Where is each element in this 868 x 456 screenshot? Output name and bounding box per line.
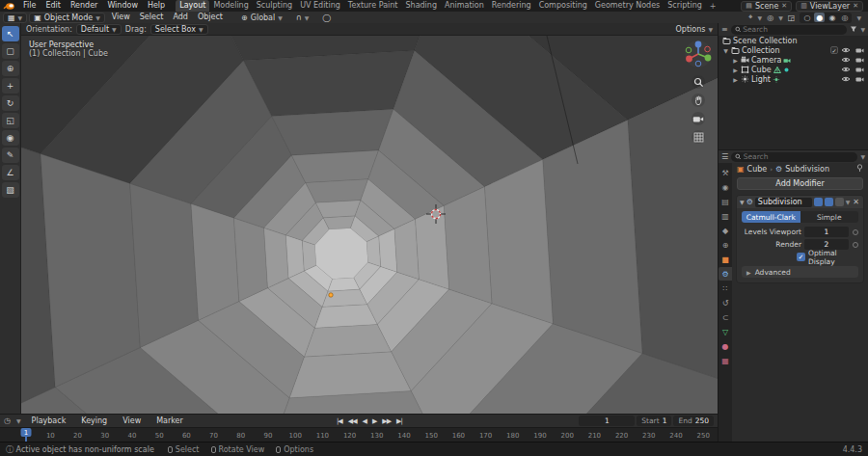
shading-solid-button[interactable]: ● [814,13,825,22]
animate-decorator[interactable] [852,242,858,248]
animate-decorator[interactable] [852,229,858,235]
timeline-editor-icon[interactable]: ◷ [4,416,11,425]
play-reverse-button[interactable]: ◀ [362,417,367,425]
disable-in-renders-toggle[interactable] [854,57,865,64]
transform-orientation-dropdown[interactable]: ⊕ Global ▼ [241,13,283,22]
subdivided-cube-3d-view[interactable] [21,36,718,414]
tool-rotate[interactable]: ↻ [2,95,19,111]
expand-icon[interactable]: ▼ [722,47,729,54]
disable-in-renders-toggle[interactable] [854,47,865,54]
modifier-panel-header[interactable]: ▼ ⚙ Subdivision ▼ ✕ [737,196,863,208]
viewport-menu-object[interactable]: Object [193,12,228,23]
remove-modifier-icon[interactable]: ✕ [852,198,860,206]
tool-annotate[interactable]: ✎ [2,148,19,163]
expand-icon[interactable]: ▶ [732,57,739,64]
properties-tab-world[interactable]: ⊕ [719,238,732,252]
shading-rendered-button[interactable]: ◎ [839,13,850,22]
navigation-axis-gizmo[interactable] [684,40,713,70]
workspace-tab-compositing[interactable]: Compositing [535,0,591,12]
edit-mode-display-toggle[interactable] [835,198,844,206]
tool-move[interactable]: + [2,78,19,94]
outliner-row-camera[interactable]: ▶Camera [719,55,868,65]
shading-wireframe-button[interactable]: ○ [801,13,812,22]
end-frame-field[interactable]: End 250 [673,416,714,426]
hide-in-viewport-toggle[interactable] [840,46,852,54]
outliner-editor-icon[interactable]: ≡ [721,25,728,34]
catmull-clark-button[interactable]: Catmull-Clark [742,211,800,223]
viewport-options-dropdown[interactable]: Options ▼ [676,25,714,34]
properties-tab-object[interactable]: ■ [719,253,732,266]
zoom-icon[interactable] [692,75,705,89]
breadcrumb-object[interactable]: Cube [747,165,768,174]
workspace-tab-animation[interactable]: Animation [441,0,488,12]
orientation-setting-dropdown[interactable]: Default ▼ [76,24,122,35]
simple-button[interactable]: Simple [800,211,859,223]
properties-tab-material[interactable]: ● [719,339,732,353]
tool-measure[interactable]: ∠ [2,165,19,180]
camera-view-icon[interactable] [692,112,705,125]
jump-start-button[interactable]: |◀ [336,417,343,425]
outliner-row-light[interactable]: ▶Light [719,74,868,84]
menu-window[interactable]: Window [102,0,143,12]
outliner-row-scene-collection[interactable]: Scene Collection [719,36,868,45]
disable-in-renders-toggle[interactable] [854,76,865,83]
disable-in-renders-toggle[interactable] [854,67,865,73]
properties-tab-texture[interactable]: ▦ [719,354,732,367]
filter-funnel-icon[interactable] [850,25,857,35]
hide-in-viewport-toggle[interactable] [840,66,852,73]
snap-controls[interactable]: ∪ ▼ [296,13,309,22]
menu-help[interactable]: Help [143,0,170,12]
shading-material-button[interactable]: ◉ [827,13,837,22]
properties-tab-object-data[interactable]: ▽ [719,325,732,338]
move-view-hand-icon[interactable] [692,94,705,107]
workspace-tab-shading[interactable]: Shading [401,0,441,12]
properties-tab-physics[interactable]: ↺ [719,296,732,309]
collapse-panel-icon[interactable]: ▼ [740,199,745,205]
optimal-display-checkbox[interactable]: ✓ [797,253,805,261]
properties-search[interactable] [731,152,857,162]
properties-tab-output[interactable]: ▤ [719,195,732,208]
drag-setting-dropdown[interactable]: Select Box ▼ [150,24,208,35]
hide-in-viewport-toggle[interactable] [840,56,852,64]
tool-scale[interactable]: ◱ [2,113,19,128]
viewport-menu-view[interactable]: View [107,12,135,23]
outliner-search-input[interactable] [743,25,843,34]
play-button[interactable]: ▶ [371,417,377,425]
workspace-tab-geometry-nodes[interactable]: Geometry Nodes [591,0,664,12]
mode-dropdown[interactable]: ▣ Object Mode ▼ [29,13,105,23]
workspace-tab-modeling[interactable]: Modeling [209,0,252,12]
add-workspace-button[interactable]: + [706,2,720,11]
viewport-menu-add[interactable]: Add [168,12,193,23]
frame-ruler[interactable]: 1 10203040506070809010011012013014015016… [0,427,718,442]
properties-tab-particles[interactable]: ∷ [719,282,732,295]
exclude-collection-checkbox[interactable]: ✓ [830,46,838,54]
next-key-button[interactable]: ▶▶ [381,417,392,425]
show-overlays-toggle[interactable]: ◎ [767,13,773,22]
unlink-scene-icon[interactable]: ✕ [781,2,787,10]
properties-tab-constraints[interactable]: ⊂ [719,310,732,324]
unlink-viewlayer-icon[interactable]: ✕ [853,2,858,10]
modifier-extras-dropdown-icon[interactable]: ▼ [846,199,851,205]
prev-key-button[interactable]: ◀◀ [347,417,358,425]
timeline-menu-playback[interactable]: Playback [27,416,71,427]
tool-add-cube[interactable]: ▧ [2,182,19,198]
timeline-menu-view[interactable]: View [118,416,146,427]
tool-transform[interactable]: ◉ [2,130,19,146]
tool-tweak-select[interactable]: ↖ [2,26,19,41]
workspace-tab-rendering[interactable]: Rendering [488,0,535,12]
current-frame-field[interactable]: 1 [579,416,635,426]
properties-tab-view-layer[interactable]: ▥ [719,209,732,223]
render-display-toggle[interactable] [825,198,833,206]
blender-logo-icon[interactable] [0,2,18,11]
expand-icon[interactable]: ▶ [732,67,739,73]
properties-editor-icon[interactable]: ☰ [721,152,728,161]
jump-end-button[interactable]: ▶| [395,417,403,425]
tool-cursor[interactable]: ⊕ [2,61,19,76]
outliner-search[interactable] [731,25,848,35]
chevron-down-icon[interactable]: ▼ [860,153,865,160]
outliner-row-collection[interactable]: ▼Collection✓ [719,45,868,55]
levels-viewport-field[interactable]: 1 [804,227,849,237]
properties-tab-render[interactable]: ◉ [719,180,732,194]
workspace-tab-scripting[interactable]: Scripting [664,0,706,12]
show-gizmo-toggle[interactable]: ⌖ [748,13,753,22]
